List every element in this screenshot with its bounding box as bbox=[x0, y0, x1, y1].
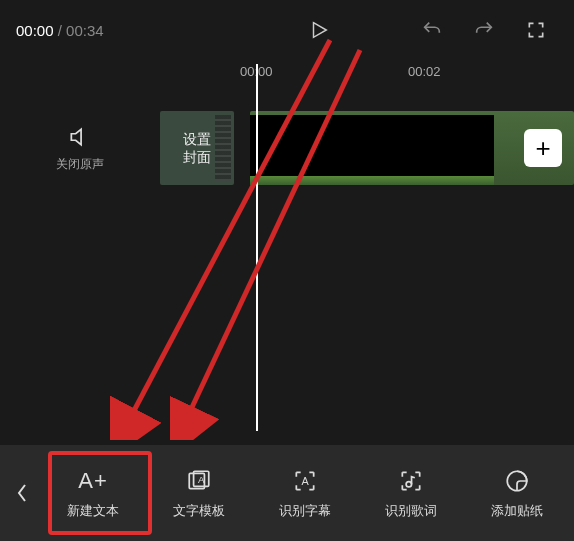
tool-label: 识别歌词 bbox=[385, 502, 437, 520]
add-clip-button[interactable]: + bbox=[524, 129, 562, 167]
text-add-icon: A+ bbox=[78, 467, 108, 495]
redo-button[interactable] bbox=[462, 8, 506, 52]
subtitle-icon: A bbox=[292, 467, 318, 495]
player-top-bar: 00:00 / 00:34 bbox=[0, 0, 574, 60]
toolbar-back-button[interactable] bbox=[4, 445, 40, 541]
cover-label: 设置 封面 bbox=[183, 130, 211, 166]
ruler-tick: 00:02 bbox=[408, 64, 441, 79]
timeline-editor: 关闭原声 设置 封面 + bbox=[0, 88, 574, 208]
undo-button[interactable] bbox=[410, 8, 454, 52]
set-cover-button[interactable]: 设置 封面 bbox=[160, 111, 234, 185]
template-icon: A bbox=[186, 467, 212, 495]
bottom-toolbar: A+ 新建文本 A 文字模板 A 识别字幕 识别歌词 添加贴纸 bbox=[0, 445, 574, 541]
tool-recognize-lyrics[interactable]: 识别歌词 bbox=[358, 445, 464, 541]
tool-label: 新建文本 bbox=[67, 502, 119, 520]
fullscreen-button[interactable] bbox=[514, 8, 558, 52]
timeline-ruler: 00:00 00:02 bbox=[160, 60, 574, 88]
play-button[interactable] bbox=[297, 8, 341, 52]
mute-label: 关闭原声 bbox=[56, 156, 104, 173]
clip-preview bbox=[250, 115, 494, 177]
tool-label: 识别字幕 bbox=[279, 502, 331, 520]
video-clip[interactable]: + bbox=[250, 111, 574, 185]
tool-text-template[interactable]: A 文字模板 bbox=[146, 445, 252, 541]
sticker-icon bbox=[504, 467, 530, 495]
chevron-left-icon bbox=[15, 481, 29, 505]
time-display: 00:00 / 00:34 bbox=[16, 22, 104, 39]
tool-label: 文字模板 bbox=[173, 502, 225, 520]
mute-toggle[interactable]: 关闭原声 bbox=[0, 124, 160, 173]
svg-text:A: A bbox=[301, 475, 309, 487]
playhead[interactable] bbox=[256, 64, 258, 431]
svg-text:A: A bbox=[198, 474, 205, 485]
plus-icon: + bbox=[535, 133, 550, 164]
total-time: / 00:34 bbox=[58, 22, 104, 39]
lyrics-icon bbox=[398, 467, 424, 495]
tool-label: 添加贴纸 bbox=[491, 502, 543, 520]
tool-recognize-subtitle[interactable]: A 识别字幕 bbox=[252, 445, 358, 541]
tool-new-text[interactable]: A+ 新建文本 bbox=[40, 445, 146, 541]
current-time: 00:00 bbox=[16, 22, 54, 39]
speaker-icon bbox=[67, 124, 93, 150]
tool-add-sticker[interactable]: 添加贴纸 bbox=[464, 445, 570, 541]
clip-preview-grass bbox=[250, 176, 494, 185]
